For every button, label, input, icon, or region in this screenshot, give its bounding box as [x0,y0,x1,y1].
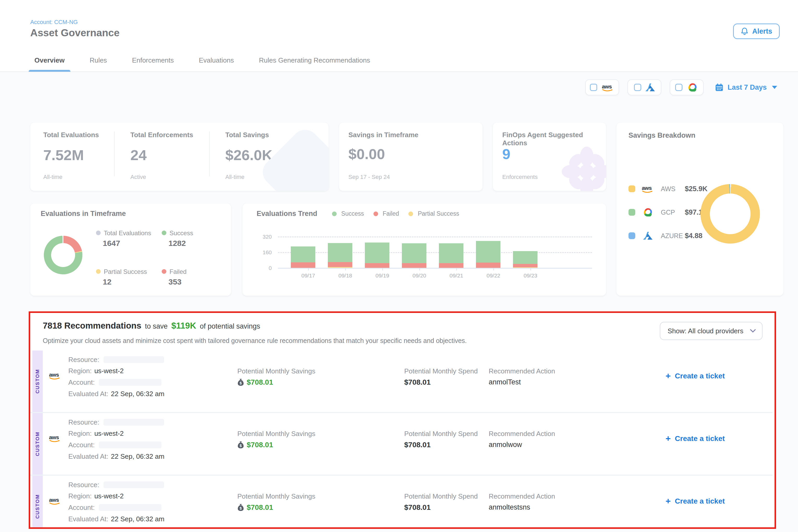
resource-label: Resource: [68,356,99,364]
azure-checkbox[interactable] [634,84,641,91]
tab-evaluations[interactable]: Evaluations [199,49,234,72]
aws-logo-icon: aws [601,83,614,92]
legend-label: Partial Success [104,268,147,276]
date-range-label: Last 7 Days [727,83,767,92]
region-value: us-west-2 [94,367,124,375]
cloud-provider-filter-label: Show: All cloud providers [668,327,743,335]
date-range-filter[interactable]: Last 7 Days [715,83,777,92]
gcp-checkbox[interactable] [675,84,682,91]
savings-value: $$708.01 [237,378,273,386]
alerts-label: Alerts [752,27,772,36]
action-column-label: Recommended Action [489,492,555,500]
aws-logo-icon: aws [49,372,61,382]
region-label: Region: [68,492,92,500]
recommendations-subtitle: Optimize your cloud assets and minimize … [43,337,467,344]
region-value: us-west-2 [94,430,124,438]
asset-governance-page: Account: CCM-NG Asset Governance Alerts … [0,0,798,532]
evaluations-trend-card: Evaluations Trend SuccessFailedPartial S… [243,204,606,296]
stat-value: $26.0K [225,147,272,164]
provider-filter-azure[interactable] [627,79,661,95]
provider-filter-gcp[interactable] [670,79,704,95]
redacted-account [99,441,162,448]
recommendation-row: CUSTOMawsResource:Region:us-west-2Accoun… [32,413,775,475]
action-column-label: Recommended Action [489,367,555,375]
create-ticket-link[interactable]: +Create a ticket [666,496,725,506]
breakdown-legend-item: awsAWS$25.9K [628,183,707,194]
row-separator [30,412,773,413]
savings-column-label: Potential Monthly Savings [237,430,315,438]
account-label: Account: [68,378,95,386]
breakdown-legend-item: GCP$97.19 [628,207,706,218]
legend-label: Failed [170,268,187,276]
custom-badge: CUSTOM [32,350,43,412]
svg-text:aws: aws [49,497,59,503]
legend-dot [332,211,337,216]
svg-text:aws: aws [49,372,59,378]
legend-swatch [628,209,635,216]
evaluated-value: 22 Sep, 06:32 am [111,515,164,523]
savings-timeframe-value: $0.00 [348,146,385,163]
legend-dot [162,269,166,274]
spend-value: $708.01 [404,378,431,386]
provider-name: AWS [661,185,685,193]
action-value: anmolwow [489,441,522,449]
legend-label: Partial Success [418,210,459,217]
evaluated-label: Evaluated At: [68,515,108,523]
calendar-icon [715,83,723,92]
page-title: Asset Governance [30,27,120,39]
legend-dot [374,211,378,216]
redacted-account [99,379,162,386]
legend-label: Success [341,210,364,217]
finops-sub: Enforcements [502,174,538,180]
stat-label: Total Savings [225,131,269,139]
money-bag-icon: $ [237,378,244,386]
legend-swatch [628,232,635,239]
svg-text:$: $ [240,506,242,510]
legend-value: 1282 [169,239,186,248]
custom-badge: CUSTOM [32,413,43,475]
spend-column-label: Potential Monthly Spend [404,367,478,375]
aws-logo-icon: aws [49,434,61,444]
stat-sub: All-time [225,174,244,180]
svg-text:$: $ [240,381,242,385]
tab-rules[interactable]: Rules [90,49,107,72]
savings-timeframe-sub: Sep 17 - Sep 24 [348,174,390,180]
stat-label: Total Enforcements [130,131,193,139]
azure-logo-icon [641,232,654,240]
stat-value: 24 [130,147,147,164]
svg-text:aws: aws [49,434,59,440]
tab-rules-generating-recommendations[interactable]: Rules Generating Recommendations [259,49,370,72]
tab-enforcements[interactable]: Enforcements [132,49,174,72]
money-bag-icon: $ [237,504,244,511]
redacted-resource [103,356,164,363]
evaluations-donut [44,236,82,274]
aws-checkbox[interactable] [590,84,597,91]
evaluated-label: Evaluated At: [68,453,108,460]
legend-dot [96,269,101,274]
legend-dot [162,230,166,235]
cloud-provider-filter[interactable]: Show: All cloud providers [660,322,762,340]
recommendations-mid-text: to save [145,322,168,330]
create-ticket-link[interactable]: +Create a ticket [666,371,725,381]
provider-filter-aws[interactable]: aws [585,79,619,95]
resource-label: Resource: [68,418,99,426]
recommendation-row: CUSTOMawsResource:Region:us-west-2Accoun… [32,350,775,412]
legend-label: Success [170,229,193,237]
finops-value: 9 [502,146,510,163]
tab-overview[interactable]: Overview [34,49,65,72]
alerts-button[interactable]: Alerts [733,23,780,39]
row-separator [30,475,773,476]
flower-watermark [558,143,606,191]
savings-column-label: Potential Monthly Savings [237,367,315,375]
legend-dot [96,230,101,235]
create-ticket-link[interactable]: +Create a ticket [666,433,725,443]
account-breadcrumb[interactable]: Account: CCM-NG [30,19,78,25]
finops-card: FinOps Agent Suggested Actions 9 Enforce… [493,122,606,191]
redacted-account [99,504,162,511]
money-bag-icon: $ [237,441,244,449]
filter-row: aws Last 7 Days [585,79,777,95]
savings-breakdown-title: Savings Breakdown [628,131,696,139]
aws-logo-icon: aws [49,496,61,507]
region-label: Region: [68,367,92,375]
svg-text:aws: aws [642,185,652,191]
